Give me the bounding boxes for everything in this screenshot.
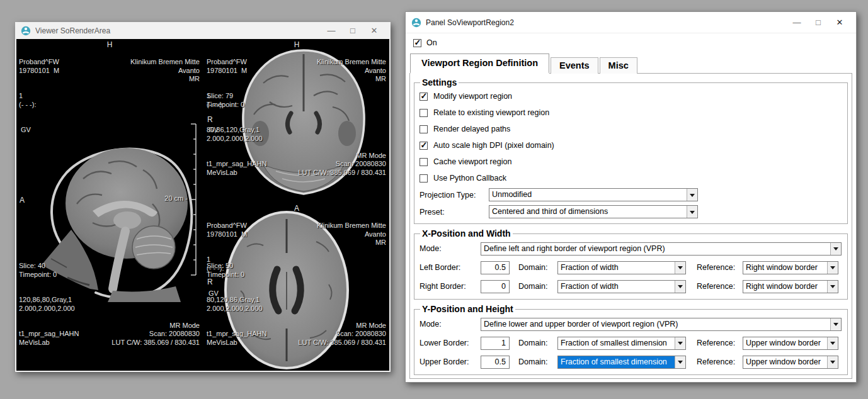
chevron-down-icon[interactable] [827,281,838,293]
chevron-down-icon[interactable] [830,243,841,255]
chevron-down-icon[interactable] [675,262,685,274]
auto-scale-high-dpi-row[interactable]: Auto scale high DPI (pixel domain) [420,137,842,154]
chevron-down-icon[interactable] [830,318,841,330]
on-checkbox[interactable] [413,39,421,47]
chevron-down-icon[interactable] [827,356,838,368]
render-delayed-paths-row[interactable]: Render delayed paths [420,121,842,137]
projection-type-value: Unmodified [489,189,687,201]
relate-to-existing-viewport-region-row[interactable]: Relate to existing viewport region [420,104,842,121]
cache-viewport-region-checkbox[interactable] [420,158,428,166]
maximize-icon[interactable]: □ [342,26,363,35]
close-icon[interactable]: ✕ [829,18,850,27]
chevron-down-icon[interactable] [827,262,838,274]
right-border-input[interactable] [481,280,510,293]
cache-viewport-region-row[interactable]: Cache viewport region [420,154,842,170]
domain-value: Fraction of width [558,281,675,293]
use-python-callback-row[interactable]: Use Python Callback [420,170,842,186]
checkbox-label: Modify viewport region [433,92,512,101]
chevron-down-icon[interactable] [675,356,685,368]
chevron-down-icon[interactable] [687,189,697,201]
orientation-marker-top: H [107,41,113,50]
preset-row: Preset: Centered and third of dimensions [420,203,842,220]
axial-viewport[interactable]: Proband^FW19780101 M 1(- - -): GV Klinik… [204,203,389,371]
ruler-label: 20 cm - [164,194,188,203]
viewer-titlebar[interactable]: Viewer SoRenderArea — □ ✕ [15,22,391,39]
domain-value: Fraction of smallest dimension [558,337,675,349]
y-mode-label: Mode: [420,320,481,329]
left-border-row: Left Border: Domain: Fraction of width R… [420,258,842,277]
x-mode-label: Mode: [420,244,481,253]
checkbox-label: Cache viewport region [433,157,511,166]
upper-border-domain-dropdown[interactable]: Fraction of smallest dimension [557,356,686,369]
domain-label: Domain: [518,263,557,272]
tab-viewport-region-definition[interactable]: Viewport Region Definition [410,53,549,74]
relate-to-existing-viewport-region-checkbox[interactable] [420,109,428,117]
on-checkbox-label: On [426,38,437,47]
use-python-callback-checkbox[interactable] [420,174,428,183]
scan-info-overlay: MR ModeScan: 20080830LUT C/W: 385.069 / … [298,305,386,364]
upper-border-input[interactable] [481,356,510,369]
slice-info-overlay: Slice: 40Timepoint: 0 120,86,80,Gray,12.… [19,245,79,364]
reference-value: Right window border [743,262,827,274]
y-position-group-title: Y-Position and Height [420,304,515,314]
y-mode-dropdown[interactable]: Define lower and upper border of viewpor… [481,318,842,331]
reference-value: Upper window border [743,337,827,349]
sagittal-viewport[interactable]: 20 cm - Proband^FW19780101 M 1(- - -): G… [16,39,203,371]
x-mode-dropdown[interactable]: Define left and right border of viewport… [481,242,842,256]
y-position-group: Y-Position and Height Mode: Define lower… [414,304,848,375]
maximize-icon[interactable]: □ [808,18,829,27]
orientation-marker-left: A [20,196,25,205]
right-border-label: Right Border: [420,282,481,291]
x-mode-row: Mode: Define left and right border of vi… [420,239,842,258]
upper-border-reference-dropdown[interactable]: Upper window border [743,356,838,369]
viewer-content: 20 cm - Proband^FW19780101 M 1(- - -): G… [16,39,389,371]
chevron-down-icon[interactable] [675,337,685,349]
y-mode-row: Mode: Define lower and upper border of v… [420,315,842,334]
minimize-icon[interactable]: — [321,26,342,35]
mevislab-icon [411,18,421,28]
left-border-domain-dropdown[interactable]: Fraction of width [557,261,686,274]
lower-border-domain-dropdown[interactable]: Fraction of smallest dimension [557,337,686,350]
render-delayed-paths-checkbox[interactable] [420,125,428,133]
modify-viewport-region-row[interactable]: Modify viewport region [420,88,842,104]
chevron-down-icon[interactable] [675,281,685,293]
chevron-down-icon[interactable] [827,337,838,349]
mevislab-icon [21,26,31,36]
left-border-reference-dropdown[interactable]: Right window border [743,261,838,274]
reference-value: Right window border [743,281,827,293]
modify-viewport-region-checkbox[interactable] [420,93,428,101]
chevron-down-icon[interactable] [687,206,697,218]
site-info-overlay: Klinikum Bremen MitteAvantoMR [317,41,386,101]
lower-border-input[interactable] [481,337,510,350]
minimize-icon[interactable]: — [786,18,808,27]
tab-misc[interactable]: Misc [600,57,637,74]
projection-type-dropdown[interactable]: Unmodified [489,188,698,201]
left-border-input[interactable] [481,261,510,274]
lower-border-reference-dropdown[interactable]: Upper window border [743,337,838,350]
patient-info-overlay: Proband^FW19780101 M 1(- - -): GV [19,41,59,152]
coronal-viewport[interactable]: Proband^FW19780101 M 1(- - -): GV Klinik… [204,39,389,203]
scan-info-overlay: MR ModeScan: 20080830LUT C/W: 385.069 / … [111,305,200,364]
right-border-row: Right Border: Domain: Fraction of width … [420,277,842,296]
orientation-marker-top: A [294,205,299,213]
domain-value: Fraction of width [558,262,675,274]
slice-info-overlay: Slice: 79Timepoint: 0 80,86,120,Gray,12.… [207,75,266,194]
close-icon[interactable]: ✕ [363,26,385,35]
scan-info-overlay: MR ModeScan: 20080830LUT C/W: 385.069 / … [298,135,386,194]
panel-window-title: Panel SoViewportRegion2 [426,18,782,27]
right-border-reference-dropdown[interactable]: Right window border [743,280,838,293]
preset-dropdown[interactable]: Centered and third of dimensions [489,205,698,218]
tab-bar: Viewport Region Definition Events Misc [406,53,856,73]
preset-label: Preset: [420,208,489,216]
orientation-marker-top: H [294,41,300,50]
reference-value: Upper window border [743,356,827,368]
auto-scale-high-dpi-checkbox[interactable] [420,142,428,150]
tab-events[interactable]: Events [551,57,598,74]
right-border-domain-dropdown[interactable]: Fraction of width [557,280,686,293]
scale-ruler [190,123,201,276]
left-border-label: Left Border: [420,263,481,272]
domain-label: Domain: [518,357,557,366]
on-checkbox-row[interactable]: On [406,33,856,48]
viewer-window-title: Viewer SoRenderArea [35,26,316,35]
panel-titlebar[interactable]: Panel SoViewportRegion2 — □ ✕ [406,12,856,33]
